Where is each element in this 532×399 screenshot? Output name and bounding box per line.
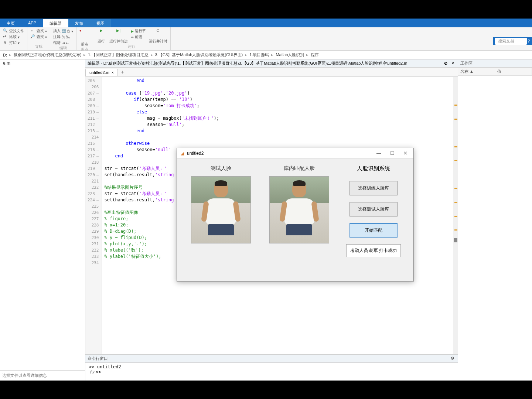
tab-editor[interactable]: 编辑器 [43,19,68,27]
close-button[interactable]: ✕ [401,150,410,156]
file-details-hint: 选择文件以查看详细信息 [0,370,85,381]
tab-publish[interactable]: 发布 [68,19,90,27]
goto-button[interactable]: ↔查找 ▾ [30,28,47,34]
titlebar-controls: 搜索文档 ? [493,37,532,45]
editor-path: 编辑器 - D:\猿创测试正常核心资料汇总(测试先导)\1.【测试正常】图像处理… [88,61,407,66]
tab-home[interactable]: 主页 [0,19,21,27]
breadcrumb[interactable]: D:▸ 猿创测试正常核心资料汇总(测试先导)▸ 1.【测试正常】图像处理项目汇总… [0,51,532,59]
file-item[interactable]: e.m [0,59,85,67]
select-train-button[interactable]: 选择训练人脸库 [349,181,398,195]
tab-close-icon[interactable]: × [112,70,114,75]
ws-col-value[interactable]: 值 [495,68,532,75]
cmd-title: 命令行窗口 [88,356,108,361]
command-window[interactable]: >> untitled2 fx>> [85,363,458,376]
comment-button[interactable]: 注释 % ‰ [53,34,73,40]
test-face-label: 测试人脸 [187,165,255,172]
start-match-button[interactable]: 开始匹配 [349,223,398,238]
new-tab-button[interactable]: + [118,68,127,76]
advance-button[interactable]: ⇨前进 [131,34,146,40]
run-section-button[interactable]: ▶运行节 [131,28,146,34]
doc-search[interactable]: 搜索文档 [495,38,527,45]
edit-group-label: 编辑 [53,45,73,51]
workspace-title: 工作区 [458,59,532,68]
compare-icon: ⇄ [3,34,8,40]
system-title: 人脸识别系统 [357,165,390,172]
run-advance-icon[interactable]: ▶| [113,28,124,39]
dock-icon[interactable]: ⊙ [443,61,449,66]
insert-button[interactable]: 插入 🔤 fx ▾ [53,28,73,34]
figure-window: ◢ untitled2 — ☐ ✕ 测试人脸 库内匹配人脸 [177,148,414,282]
breakpoint-icon[interactable]: ● [79,28,90,39]
match-face-image [269,176,329,243]
find-file-button[interactable]: 🔍查找文件 [3,28,24,34]
current-folder-panel: e.m 选择文件以查看详细信息 [0,59,85,381]
nav-group-label: 导航 [30,44,47,49]
indent-button[interactable]: 缩进 ⇥ ⇤ [53,40,73,45]
test-face-image [191,176,251,243]
result-text: 考勤人员 胡军 打卡成功 [346,244,401,257]
minimize-button[interactable]: — [374,150,383,156]
editor-close-icon[interactable]: × [450,61,456,66]
ws-col-name[interactable]: 名称 ▲ [458,68,495,75]
print-icon: 🖨 [3,40,8,45]
run-group-label: 运行 [96,44,167,49]
run-time-icon[interactable]: ⏱ [153,28,163,39]
line-gutter: 205– 206 207– 208– 209– 210– 211– 212– 2… [85,77,102,354]
search-icon: 🔎 [30,34,35,40]
file-tab[interactable]: untitled2.m× [85,69,118,76]
matlab-logo-icon: ◢ [181,151,184,156]
select-test-button[interactable]: 选择测试人脸库 [349,202,398,216]
tab-app[interactable]: APP [21,19,43,27]
tab-view[interactable]: 视图 [90,19,111,27]
maximize-button[interactable]: ☐ [388,150,397,156]
code-minimap[interactable] [453,77,458,354]
run-icon[interactable]: ▶ [96,28,106,39]
help-icon[interactable]: ? [528,39,530,43]
find-icon: 🔍 [3,28,8,34]
figure-title: untitled2 [187,151,204,156]
compare-button[interactable]: ⇄比较 ▾ [3,34,24,40]
print-button[interactable]: 🖨打印 ▾ [3,40,24,45]
cmd-dock-icon[interactable]: ⊙ [449,356,456,361]
match-face-label: 库内匹配人脸 [266,165,333,172]
arrow-icon: ↔ [30,28,35,34]
find-button[interactable]: 🔎查找 ▾ [30,34,47,40]
